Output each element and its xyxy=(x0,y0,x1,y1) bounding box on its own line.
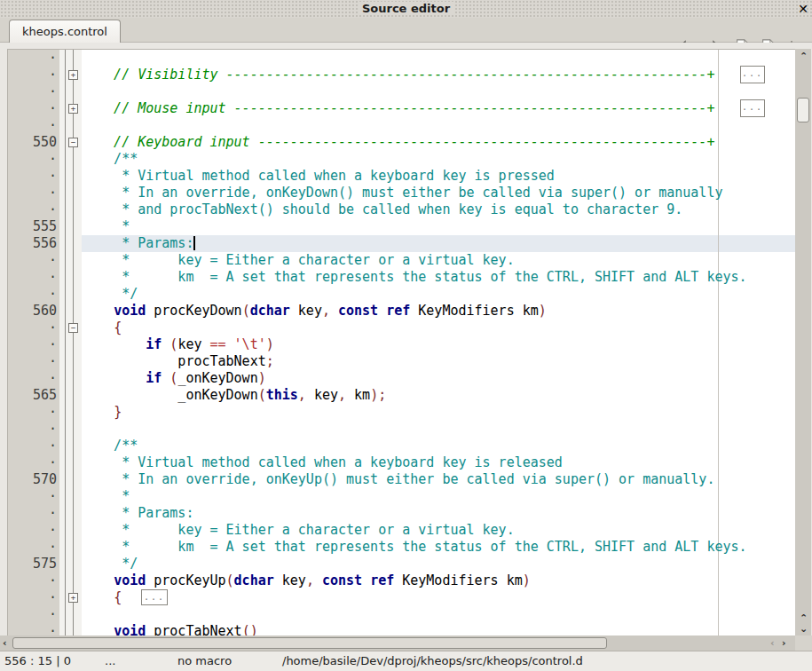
scroll-up-icon[interactable]: ⌃ xyxy=(800,51,808,61)
code-line[interactable]: · * km = A set that represents the statu… xyxy=(8,269,795,286)
code-text[interactable]: * key = Either a character or a virtual … xyxy=(82,522,795,539)
scroll-right-icon[interactable]: › xyxy=(782,638,786,648)
code-text[interactable]: /** xyxy=(82,151,795,168)
horizontal-scrollbar[interactable]: ‹ ‹ › xyxy=(0,635,795,651)
code-line[interactable]: 575 */ xyxy=(8,556,795,572)
code-text[interactable]: // Keyboard input ----------------------… xyxy=(82,134,795,151)
code-line[interactable]: 550− // Keyboard input -----------------… xyxy=(8,134,795,151)
fold-collapse-icon[interactable]: − xyxy=(68,323,78,333)
code-text[interactable]: {... xyxy=(82,589,795,606)
code-text[interactable]: * xyxy=(82,488,795,505)
code-line[interactable]: · } xyxy=(8,404,795,421)
code-text[interactable]: if (key == '\t') xyxy=(82,336,795,353)
horizontal-scroll-thumb[interactable] xyxy=(12,637,607,649)
code-text[interactable]: * xyxy=(82,218,795,235)
code-text[interactable]: * Params: xyxy=(82,505,795,522)
code-text[interactable]: * In an override, onKeyDown() must eithe… xyxy=(82,185,795,201)
fold-margin-cell[interactable]: − xyxy=(59,134,82,151)
code-text[interactable]: * key = Either a character or a virtual … xyxy=(82,252,795,269)
code-text[interactable]: } xyxy=(82,404,795,421)
code-text[interactable]: * Virtual method called when a keyboard … xyxy=(82,168,795,185)
scroll-up2-icon[interactable]: ⌃ xyxy=(800,613,808,623)
code-line[interactable]: · xyxy=(8,117,795,134)
code-line[interactable]: ·+ {... xyxy=(8,589,795,606)
code-text[interactable] xyxy=(82,421,795,438)
code-text[interactable]: * and procTabNext() should be called whe… xyxy=(82,201,795,218)
code-line[interactable]: ·− { xyxy=(8,320,795,336)
code-text[interactable]: // Mouse input -------------------------… xyxy=(82,100,795,117)
fold-expand-icon[interactable]: + xyxy=(68,593,78,603)
code-text[interactable]: { xyxy=(82,320,795,336)
code-text[interactable]: * km = A set that represents the status … xyxy=(82,539,795,556)
fold-margin-cell[interactable]: + xyxy=(59,589,82,606)
code-text[interactable]: /** xyxy=(82,438,795,454)
code-line[interactable]: 565 _onKeyDown(this, key, km); xyxy=(8,387,795,404)
code-text[interactable]: * Params: xyxy=(82,235,795,252)
code-line[interactable]: · * Virtual method called when a keyboar… xyxy=(8,454,795,471)
fold-collapse-icon[interactable]: − xyxy=(68,138,78,147)
code-line[interactable]: ·+ // Visibility -----------------------… xyxy=(8,67,795,83)
code-text[interactable]: void procKeyUp(dchar key, const ref KeyM… xyxy=(82,572,795,589)
folded-code-ellipsis[interactable]: ... xyxy=(740,66,765,83)
fold-margin-cell[interactable]: + xyxy=(59,100,82,117)
code-line[interactable]: 560 void procKeyDown(dchar key, const re… xyxy=(8,303,795,320)
scroll-left-icon[interactable]: ‹ xyxy=(3,638,7,648)
code-line[interactable]: 570 * In an override, onKeyUp() must eit… xyxy=(8,471,795,488)
code-line[interactable]: · xyxy=(8,83,795,100)
code-text[interactable]: void procKeyDown(dchar key, const ref Ke… xyxy=(82,303,795,320)
code-token: ( xyxy=(226,572,234,588)
code-line[interactable]: · if (_onKeyDown) xyxy=(8,370,795,387)
title-bar[interactable]: Source editor ✕ xyxy=(0,0,812,18)
vertical-scrollbar[interactable]: ⌃ ⌃ ⌄ xyxy=(795,49,811,635)
fold-expand-icon[interactable]: + xyxy=(68,104,78,114)
code-line[interactable]: · void procKeyUp(dchar key, const ref Ke… xyxy=(8,572,795,589)
code-text[interactable]: // Visibility --------------------------… xyxy=(82,67,795,83)
code-line[interactable]: · * Params: xyxy=(8,505,795,522)
code-text[interactable]: */ xyxy=(82,286,795,303)
code-line[interactable]: 555 * xyxy=(8,218,795,235)
code-text[interactable]: _onKeyDown(this, key, km); xyxy=(82,387,795,404)
code-line[interactable]: · /** xyxy=(8,438,795,454)
code-line[interactable]: ·+ // Mouse input ----------------------… xyxy=(8,100,795,117)
code-line[interactable]: · * key = Either a character or a virtua… xyxy=(8,252,795,269)
code-text[interactable] xyxy=(82,50,795,67)
tab-kheops-control[interactable]: kheops.control xyxy=(9,20,121,43)
fold-margin-cell[interactable]: − xyxy=(59,320,82,336)
code-line[interactable]: · xyxy=(8,50,795,67)
code-text[interactable] xyxy=(82,606,795,623)
fold-expand-icon[interactable]: + xyxy=(68,70,78,80)
code-viewport[interactable]: ··+ // Visibility ----------------------… xyxy=(7,49,795,635)
code-text[interactable]: */ xyxy=(82,556,795,572)
close-icon[interactable]: ✕ xyxy=(798,1,808,17)
scroll-down-icon[interactable]: ⌄ xyxy=(800,624,808,634)
code-text[interactable]: * In an override, onKeyUp() must either … xyxy=(82,471,795,488)
code-token: ref xyxy=(386,303,410,319)
vertical-scroll-thumb[interactable] xyxy=(797,98,809,122)
fold-margin-cell[interactable]: + xyxy=(59,67,82,83)
code-line[interactable]: 556 * Params: xyxy=(8,235,795,252)
code-text[interactable]: * km = A set that represents the status … xyxy=(82,269,795,286)
code-line[interactable]: · * km = A set that represents the statu… xyxy=(8,539,795,556)
code-text[interactable] xyxy=(82,83,795,100)
code-line[interactable]: · * xyxy=(8,488,795,505)
scroll-left2-icon[interactable]: ‹ xyxy=(770,638,775,648)
code-line[interactable]: · * Virtual method called when a keyboar… xyxy=(8,168,795,185)
code-line[interactable]: · xyxy=(8,606,795,623)
code-line[interactable]: · * key = Either a character or a virtua… xyxy=(8,522,795,539)
code-line[interactable]: · procTabNext; xyxy=(8,353,795,370)
code-token xyxy=(226,336,234,352)
code-text[interactable]: procTabNext; xyxy=(82,353,795,370)
code-text[interactable]: * Virtual method called when a keyboard … xyxy=(82,454,795,471)
code-text[interactable]: if (_onKeyDown) xyxy=(82,370,795,387)
folded-code-ellipsis[interactable]: ... xyxy=(141,589,168,605)
code-line[interactable]: · * and procTabNext() should be called w… xyxy=(8,201,795,218)
code-line[interactable]: · * In an override, onKeyDown() must eit… xyxy=(8,185,795,201)
code-text[interactable]: void procTabNext() xyxy=(82,623,795,635)
code-text[interactable] xyxy=(82,117,795,134)
code-line[interactable]: · if (key == '\t') xyxy=(8,336,795,353)
code-line[interactable]: · void procTabNext() xyxy=(8,623,795,635)
code-line[interactable]: · /** xyxy=(8,151,795,168)
folded-code-ellipsis[interactable]: ... xyxy=(740,99,765,117)
code-line[interactable]: · */ xyxy=(8,286,795,303)
code-line[interactable]: · xyxy=(8,421,795,438)
